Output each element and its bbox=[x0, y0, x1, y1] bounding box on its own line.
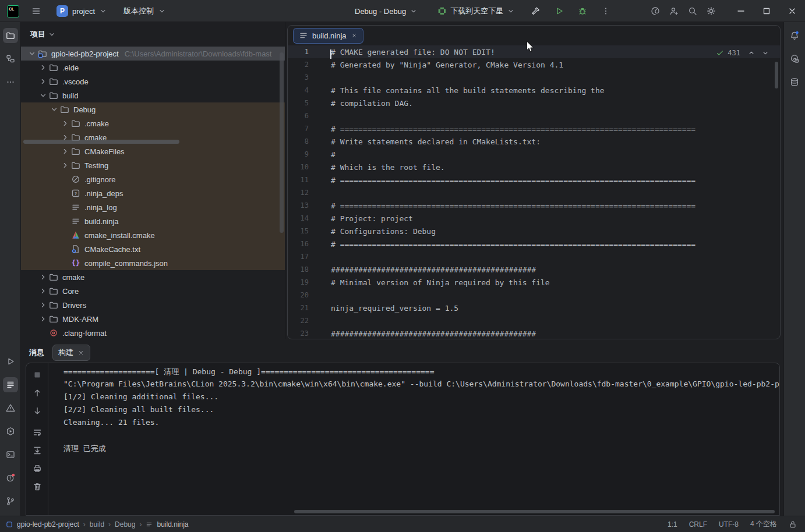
tree-item-CMakeFiles[interactable]: CMakeFiles bbox=[21, 144, 285, 158]
tree-item-gpio-led-pb2-project[interactable]: gpio-led-pb2-projectC:\Users\Administrat… bbox=[21, 47, 285, 61]
editor-vertical-scrollbar[interactable] bbox=[775, 62, 778, 88]
tool-build-button[interactable] bbox=[3, 377, 18, 392]
line-separator-widget[interactable]: CRLF bbox=[689, 520, 707, 529]
main-menu-button[interactable] bbox=[29, 3, 44, 19]
tree-item-.gitignore[interactable]: .gitignore bbox=[21, 172, 285, 186]
notifications-button[interactable] bbox=[787, 28, 802, 43]
tool-problems-button[interactable] bbox=[3, 400, 18, 416]
chevron-collapsed-icon[interactable] bbox=[38, 76, 48, 87]
tree-item-cmake[interactable]: cmake bbox=[21, 270, 285, 284]
tree-item-Debug[interactable]: Debug bbox=[21, 102, 285, 116]
soft-wrap-button[interactable] bbox=[30, 425, 44, 439]
build-button[interactable] bbox=[528, 3, 543, 19]
tree-item-.ninja_log[interactable]: .ninja_log bbox=[21, 200, 285, 214]
tree-horizontal-scrollbar[interactable] bbox=[23, 140, 179, 144]
database-button[interactable] bbox=[787, 75, 802, 90]
scroll-to-end-button[interactable] bbox=[30, 444, 44, 457]
tool-notifications-button[interactable] bbox=[3, 470, 18, 485]
chevron-expanded-icon[interactable] bbox=[38, 90, 48, 101]
tree-item-label: gpio-led-pb2-project bbox=[51, 49, 119, 58]
tab-close-icon[interactable] bbox=[351, 32, 358, 39]
encoding-widget[interactable]: UTF-8 bbox=[719, 520, 739, 529]
code-with-me-button[interactable] bbox=[666, 3, 682, 19]
line-number: 4 bbox=[288, 86, 318, 94]
ai-chat-button[interactable] bbox=[787, 51, 802, 66]
settings-button[interactable] bbox=[704, 3, 719, 19]
chevron-collapsed-icon[interactable] bbox=[60, 146, 70, 157]
tab-build-output[interactable]: 构建 bbox=[52, 345, 90, 361]
console-horizontal-scrollbar[interactable] bbox=[294, 510, 775, 513]
prev-message-button[interactable] bbox=[30, 386, 44, 400]
tree-item-Core[interactable]: Core bbox=[21, 284, 285, 298]
stop-button[interactable] bbox=[30, 368, 44, 382]
maximize-button[interactable] bbox=[754, 0, 779, 22]
tool-run-button[interactable] bbox=[3, 354, 18, 369]
debug-button[interactable] bbox=[575, 3, 590, 19]
chevron-collapsed-icon[interactable] bbox=[38, 300, 48, 310]
tree-item-build.ninja[interactable]: build.ninja bbox=[21, 214, 285, 228]
tree-item-MDK-ARM[interactable]: MDK-ARM bbox=[21, 312, 285, 326]
tab-build-ninja[interactable]: build.ninja bbox=[293, 28, 363, 44]
arrow-down-icon bbox=[33, 406, 42, 416]
indent-widget[interactable]: 4 个空格 bbox=[750, 519, 777, 529]
prev-problem-icon[interactable] bbox=[747, 49, 755, 57]
tree-item-cmake_install.cmake[interactable]: cmake_install.cmake bbox=[21, 228, 285, 242]
tree-item-.clang-format[interactable]: .clang-format bbox=[21, 326, 285, 339]
tree-item-.ninja_deps[interactable]: ?.ninja_deps bbox=[21, 186, 285, 200]
close-button[interactable] bbox=[779, 0, 805, 22]
next-message-button[interactable] bbox=[30, 404, 44, 418]
search-everywhere-button[interactable] bbox=[685, 3, 700, 19]
ai-assistant-button[interactable] bbox=[648, 3, 663, 19]
ninja-file-small-icon bbox=[146, 521, 153, 528]
code-editor[interactable]: 431 1# CMAKE generated file: DO NOT EDIT… bbox=[288, 45, 780, 339]
tree-item-.cmake[interactable]: .cmake bbox=[21, 116, 285, 130]
tree-item-label: .cmake bbox=[84, 119, 109, 128]
tree-item-Testing[interactable]: Testing bbox=[21, 158, 285, 172]
chevron-collapsed-icon[interactable] bbox=[38, 286, 48, 296]
project-tree[interactable]: gpio-led-pb2-projectC:\Users\Administrat… bbox=[21, 47, 285, 339]
tree-item-Drivers[interactable]: Drivers bbox=[21, 298, 285, 312]
breadcrumb-debug[interactable]: Debug bbox=[115, 520, 135, 529]
chevron-expanded-icon[interactable] bbox=[49, 104, 59, 115]
build-tab-close-icon[interactable] bbox=[77, 349, 84, 356]
tree-item-build[interactable]: build bbox=[21, 88, 285, 102]
tree-item-CMakeCache.txt[interactable]: CMakeCache.txt bbox=[21, 242, 285, 256]
chevron-collapsed-icon[interactable] bbox=[38, 272, 48, 282]
run-configuration-selector[interactable]: Debug - Debug bbox=[351, 5, 422, 18]
tree-item-compile_commands.json[interactable]: {}compile_commands.json bbox=[21, 256, 285, 270]
lock-open-icon[interactable] bbox=[789, 520, 797, 529]
code-text: # This file contains all the build state… bbox=[318, 86, 605, 95]
project-selector[interactable]: P project bbox=[53, 3, 111, 19]
tool-terminal-button[interactable] bbox=[3, 447, 18, 462]
caret-position-widget[interactable]: 1:1 bbox=[668, 520, 677, 529]
tool-project-button[interactable] bbox=[3, 28, 18, 43]
breadcrumb-build[interactable]: build bbox=[90, 520, 104, 529]
chevron-collapsed-icon[interactable] bbox=[38, 314, 48, 324]
structure-icon bbox=[6, 54, 15, 63]
project-panel-header[interactable]: 项目 bbox=[21, 22, 285, 47]
run-target-selector[interactable]: 下载到天空下星 bbox=[433, 3, 519, 19]
tool-more-button[interactable] bbox=[3, 75, 18, 90]
run-button[interactable] bbox=[552, 3, 567, 19]
tree-item-.vscode[interactable]: .vscode bbox=[21, 75, 285, 88]
tool-git-button[interactable] bbox=[3, 494, 18, 509]
next-problem-icon[interactable] bbox=[761, 49, 769, 57]
chevron-expanded-icon[interactable] bbox=[27, 48, 37, 59]
chevron-collapsed-icon[interactable] bbox=[38, 62, 48, 73]
minimize-button[interactable] bbox=[728, 0, 754, 22]
more-actions-button[interactable] bbox=[598, 3, 613, 19]
clear-button[interactable] bbox=[30, 480, 44, 494]
more-dots-icon bbox=[6, 77, 15, 87]
breadcrumb-file[interactable]: build.ninja bbox=[157, 520, 188, 529]
tool-structure-button[interactable] bbox=[3, 51, 18, 66]
tree-item-.eide[interactable]: .eide bbox=[21, 61, 285, 75]
tree-vertical-scrollbar[interactable] bbox=[280, 52, 284, 233]
print-button[interactable] bbox=[30, 462, 44, 476]
chevron-collapsed-icon[interactable] bbox=[60, 160, 70, 171]
breadcrumb-project[interactable]: gpio-led-pb2-project bbox=[17, 520, 79, 529]
vcs-menu[interactable]: 版本控制 bbox=[120, 4, 170, 18]
inspections-widget[interactable]: 431 bbox=[716, 49, 769, 57]
chevron-collapsed-icon[interactable] bbox=[60, 118, 70, 129]
code-line-3: 3 bbox=[288, 71, 780, 84]
tool-services-button[interactable] bbox=[3, 424, 18, 439]
